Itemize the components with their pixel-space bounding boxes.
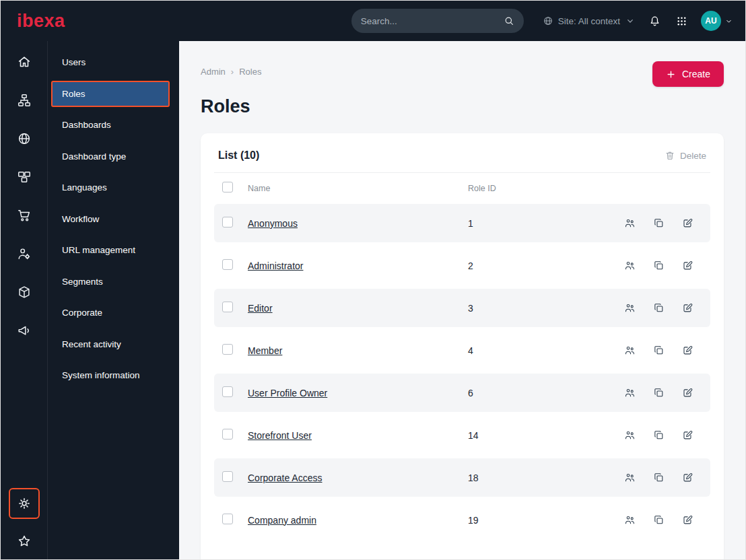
sidebar-item-system-information[interactable]: System information (51, 362, 170, 389)
assign-users-button[interactable] (624, 302, 636, 314)
copy-icon (653, 345, 665, 356)
role-name-link[interactable]: Company admin (248, 515, 468, 526)
copy-role-button[interactable] (653, 302, 665, 314)
role-name-link[interactable]: Member (248, 345, 468, 356)
rail-catalog-button[interactable] (9, 278, 39, 306)
row-checkbox[interactable] (222, 217, 233, 228)
rail-content-button[interactable] (9, 86, 39, 114)
select-all-checkbox[interactable] (222, 182, 233, 193)
table-row: Member 4 (214, 331, 710, 370)
rail-commerce-button[interactable] (9, 201, 39, 230)
assign-users-icon (624, 472, 636, 483)
assign-users-button[interactable] (624, 387, 636, 398)
assign-users-button[interactable] (624, 345, 636, 356)
breadcrumb-item-roles: Roles (239, 67, 261, 77)
role-id: 3 (468, 303, 621, 314)
breadcrumb-item-admin[interactable]: Admin (201, 67, 226, 77)
role-name-link[interactable]: Corporate Access (248, 473, 468, 483)
row-checkbox[interactable] (222, 429, 233, 440)
sidebar-item-url-management[interactable]: URL management (51, 237, 170, 264)
rail-home-button[interactable] (9, 48, 39, 76)
edit-role-button[interactable] (682, 217, 693, 229)
sidebar-item-roles[interactable]: Roles (51, 81, 170, 108)
user-menu[interactable]: AU (701, 11, 733, 31)
create-button[interactable]: Create (652, 61, 724, 87)
edit-role-button[interactable] (682, 302, 693, 314)
edit-role-button[interactable] (682, 514, 693, 526)
delete-button-label: Delete (680, 151, 706, 161)
sidebar-item-languages[interactable]: Languages (51, 174, 170, 201)
role-id: 14 (468, 430, 621, 441)
copy-role-button[interactable] (653, 217, 665, 229)
chevron-down-icon (625, 15, 636, 26)
edit-role-button[interactable] (682, 387, 693, 398)
row-checkbox[interactable] (222, 514, 233, 524)
user-gear-icon (17, 246, 32, 261)
assign-users-icon (624, 345, 636, 356)
sidebar-item-dashboard-type[interactable]: Dashboard type (51, 143, 170, 170)
delete-button[interactable]: Delete (665, 150, 706, 161)
row-checkbox[interactable] (222, 302, 233, 312)
sidebar-item-users[interactable]: Users (51, 49, 170, 76)
copy-role-button[interactable] (653, 429, 665, 441)
role-name-link[interactable]: Editor (248, 303, 468, 314)
rail-site-button[interactable] (9, 125, 39, 153)
gear-icon (17, 496, 32, 511)
avatar: AU (701, 11, 721, 31)
table-row: Administrator 2 (214, 246, 710, 285)
sidebar-item-dashboards[interactable]: Dashboards (51, 112, 170, 139)
assign-users-button[interactable] (624, 429, 636, 441)
site-context-selector[interactable]: Site: All context (543, 15, 636, 26)
chevron-down-icon (724, 17, 733, 26)
assign-users-button[interactable] (624, 514, 636, 526)
notifications-button[interactable] (647, 13, 663, 29)
copy-role-button[interactable] (653, 514, 665, 526)
edit-icon (682, 514, 693, 526)
home-icon (17, 55, 32, 69)
sidebar-item-recent-activity[interactable]: Recent activity (51, 331, 170, 358)
assign-users-button[interactable] (624, 260, 636, 271)
role-name-link[interactable]: Administrator (248, 260, 468, 271)
row-checkbox[interactable] (222, 259, 233, 270)
edit-icon (682, 387, 693, 398)
edit-role-button[interactable] (682, 472, 693, 483)
sidebar-item-workflow[interactable]: Workflow (51, 206, 170, 233)
row-checkbox[interactable] (222, 344, 233, 355)
table-row: Company admin 19 (214, 501, 710, 539)
rail-customers-button[interactable] (9, 240, 39, 268)
row-checkbox[interactable] (222, 386, 233, 397)
role-name-link[interactable]: Anonymous (248, 218, 468, 229)
sidebar-menu: Users Roles Dashboards Dashboard type La… (48, 41, 179, 560)
globe-icon (17, 131, 32, 146)
copy-icon (653, 387, 665, 398)
roles-list-card: List (10) Delete Name Role ID Anonymous … (201, 133, 724, 560)
copy-role-button[interactable] (653, 387, 665, 398)
blocks-icon (17, 170, 32, 184)
copy-role-button[interactable] (653, 260, 665, 271)
rail-admin-button[interactable] (9, 488, 40, 519)
site-context-label: Site: All context (558, 16, 620, 26)
edit-role-button[interactable] (682, 345, 693, 356)
copy-role-button[interactable] (653, 472, 665, 483)
row-checkbox[interactable] (222, 471, 233, 482)
sidebar-item-segments[interactable]: Segments (51, 269, 170, 295)
assign-users-button[interactable] (624, 217, 636, 229)
role-name-link[interactable]: User Profile Owner (248, 388, 468, 398)
rail-blocks-button[interactable] (9, 163, 39, 191)
rail-bookmarks-button[interactable] (9, 527, 39, 555)
search-icon (504, 15, 514, 26)
list-title: List (10) (218, 149, 259, 162)
role-name-link[interactable]: Storefront User (248, 430, 468, 441)
copy-icon (653, 472, 665, 483)
copy-role-button[interactable] (653, 345, 665, 356)
column-header-role-id: Role ID (468, 184, 621, 193)
edit-role-button[interactable] (682, 260, 693, 271)
assign-users-icon (624, 260, 636, 271)
search-input[interactable] (361, 16, 504, 26)
app-grid-button[interactable] (674, 13, 689, 29)
assign-users-button[interactable] (624, 472, 636, 483)
ibexa-logo[interactable]: ibexa (17, 12, 65, 30)
rail-marketing-button[interactable] (9, 316, 39, 345)
sidebar-item-corporate[interactable]: Corporate (51, 300, 170, 326)
edit-role-button[interactable] (682, 429, 693, 441)
